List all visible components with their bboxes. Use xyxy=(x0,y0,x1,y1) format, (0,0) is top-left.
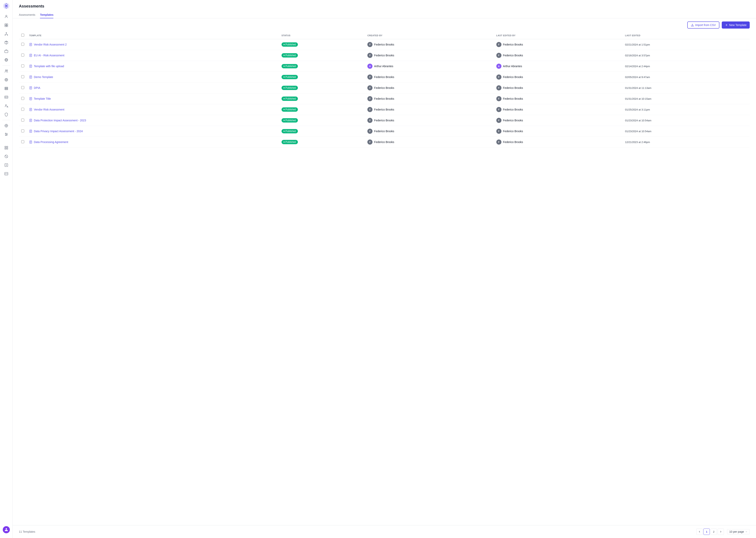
next-page-button[interactable] xyxy=(718,528,724,535)
table-row: EU AI - Risk Assessment Published F Fede… xyxy=(19,50,750,61)
row-checkbox-7[interactable] xyxy=(21,119,24,122)
sidebar xyxy=(0,0,13,538)
new-template-button[interactable]: New Template xyxy=(722,22,750,28)
sidebar-icon-sliders[interactable] xyxy=(2,131,10,138)
row-checkbox-0[interactable] xyxy=(21,43,24,46)
row-checkbox-6[interactable] xyxy=(21,108,24,111)
page-2-button[interactable]: 2 xyxy=(711,528,717,535)
tab-assessments[interactable]: Assessments xyxy=(19,12,35,18)
template-name-5[interactable]: Template Title xyxy=(29,97,277,100)
sidebar-icon-layers[interactable] xyxy=(2,84,10,92)
last-avatar-6: F xyxy=(496,107,501,112)
svg-rect-25 xyxy=(5,88,8,89)
created-avatar-3: F xyxy=(367,75,372,80)
status-dot-2 xyxy=(284,66,285,67)
created-avatar-1: F xyxy=(367,53,372,58)
last-avatar-3: F xyxy=(496,75,501,80)
created-avatar-5: F xyxy=(367,96,372,101)
tab-templates[interactable]: Templates xyxy=(40,12,53,18)
prev-page-button[interactable] xyxy=(696,528,703,535)
app-logo[interactable] xyxy=(3,2,10,10)
sidebar-icon-settings-circle[interactable] xyxy=(2,122,10,130)
svg-rect-5 xyxy=(5,26,6,27)
created-by-6: F Federico Brooks xyxy=(367,107,492,112)
sidebar-icon-globe[interactable] xyxy=(2,56,10,64)
created-avatar-7: F xyxy=(367,118,372,123)
svg-rect-47 xyxy=(7,146,8,147)
last-edited-date-6: 01/25/2024 at 3:11pm xyxy=(623,104,750,115)
sidebar-icon-code[interactable] xyxy=(2,170,10,178)
table-row: Data Privacy Impact Assessment - 2024 Pu… xyxy=(19,126,750,137)
select-all-checkbox[interactable] xyxy=(21,34,24,37)
template-name-8[interactable]: Data Privacy Impact Assessment - 2024 xyxy=(29,130,277,133)
sidebar-icon-target[interactable] xyxy=(2,76,10,84)
template-name-4[interactable]: DPIA xyxy=(29,86,277,89)
sidebar-icon-cube[interactable] xyxy=(2,39,10,46)
template-icon xyxy=(29,97,32,100)
sidebar-icon-shield[interactable] xyxy=(2,111,10,118)
templates-table-container: TEMPLATE STATUS CREATED BY LAST EDITED B… xyxy=(13,32,756,525)
template-icon xyxy=(29,108,32,111)
svg-line-57 xyxy=(5,174,6,174)
svg-line-12 xyxy=(6,34,8,35)
row-checkbox-5[interactable] xyxy=(21,97,24,100)
created-by-0: F Federico Brooks xyxy=(367,42,492,47)
import-csv-button[interactable]: Import from CSV xyxy=(687,22,719,28)
template-name-9[interactable]: Data Processing Agreement xyxy=(29,140,277,144)
last-edited-date-7: 01/23/2024 at 10:54am xyxy=(623,115,750,126)
status-dot-3 xyxy=(284,77,285,78)
status-badge-5: Published xyxy=(282,96,298,101)
status-dot-7 xyxy=(284,120,285,121)
template-name-6[interactable]: Vendor Risk Assessment xyxy=(29,108,277,111)
svg-point-43 xyxy=(5,133,6,134)
sidebar-icon-id-card[interactable] xyxy=(2,93,10,101)
last-edited-date-1: 02/16/2024 at 3:57pm xyxy=(623,50,750,61)
sidebar-icon-search-person[interactable] xyxy=(2,102,10,110)
svg-point-31 xyxy=(5,105,6,106)
template-name-7[interactable]: Data Protection Impact Assessment - 2023 xyxy=(29,119,277,122)
sidebar-icon-no-circle[interactable] xyxy=(2,152,10,160)
template-name-3[interactable]: Demo Template xyxy=(29,76,277,79)
svg-point-23 xyxy=(6,80,7,80)
user-avatar[interactable] xyxy=(3,526,10,533)
status-dot-1 xyxy=(284,55,285,56)
last-edited-by-9: F Federico Brooks xyxy=(496,139,620,144)
svg-point-8 xyxy=(5,35,5,35)
row-checkbox-1[interactable] xyxy=(21,54,24,57)
sidebar-icon-people[interactable] xyxy=(2,67,10,75)
status-dot-6 xyxy=(284,109,285,110)
svg-rect-49 xyxy=(7,148,8,149)
svg-line-33 xyxy=(8,107,8,107)
row-checkbox-8[interactable] xyxy=(21,130,24,133)
row-checkbox-3[interactable] xyxy=(21,75,24,78)
sidebar-icon-person[interactable] xyxy=(2,13,10,21)
status-dot-9 xyxy=(284,141,285,143)
page-1-button[interactable]: 1 xyxy=(703,528,710,535)
col-created-by: CREATED BY xyxy=(365,32,494,39)
row-checkbox-9[interactable] xyxy=(21,140,24,143)
table-row: Demo Template Published F Federico Brook… xyxy=(19,72,750,82)
per-page-selector[interactable]: 10 per page xyxy=(727,529,750,534)
svg-point-1 xyxy=(6,5,7,7)
status-dot-5 xyxy=(284,98,285,99)
sidebar-icon-org[interactable] xyxy=(2,30,10,38)
table-footer: 11 Templates 1 2 10 per page xyxy=(13,525,756,538)
sidebar-icon-grid2[interactable] xyxy=(2,144,10,152)
status-badge-1: Published xyxy=(282,53,298,58)
template-name-0[interactable]: Vendor Risk Assessment 2 xyxy=(29,43,277,46)
svg-point-20 xyxy=(7,70,8,71)
last-avatar-8: F xyxy=(496,129,501,134)
row-checkbox-2[interactable] xyxy=(21,64,24,67)
template-name-2[interactable]: Template with file upload xyxy=(29,65,277,68)
created-by-9: F Federico Brooks xyxy=(367,139,492,144)
status-dot-0 xyxy=(284,44,285,45)
sidebar-icon-cube2[interactable] xyxy=(2,47,10,55)
template-icon xyxy=(29,65,32,68)
last-avatar-5: F xyxy=(496,96,501,101)
row-checkbox-4[interactable] xyxy=(21,86,24,89)
svg-rect-46 xyxy=(5,146,6,147)
sidebar-icon-plus-box[interactable] xyxy=(2,161,10,169)
sidebar-icon-dashboard[interactable] xyxy=(2,21,10,29)
template-name-1[interactable]: EU AI - Risk Assessment xyxy=(29,54,277,57)
svg-line-60 xyxy=(6,173,6,174)
